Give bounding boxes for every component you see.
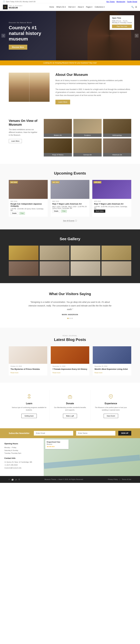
footer-contact-title: Contact Info	[4, 457, 39, 459]
event-book-btn-3[interactable]: Book Online	[94, 210, 105, 213]
membership-link[interactable]: Membership	[116, 1, 125, 2]
blog-body-2: November 11, 2018 7 Female Impression Ev…	[51, 364, 89, 376]
cta-learn-button[interactable]: Getting learn	[22, 414, 37, 418]
svg-rect-1	[27, 398, 31, 398]
gallery-img-1[interactable]	[9, 246, 39, 260]
gallery-img-7[interactable]	[71, 261, 100, 276]
venue-label-anthropology: Anthropology	[103, 134, 131, 137]
footer-hours-title: Opening Hours	[4, 442, 39, 445]
svg-point-6	[110, 396, 111, 397]
blog-body-1: October 10, 2018 The Mysteries of Prince…	[9, 364, 47, 376]
menu-icon[interactable]: ☰	[135, 6, 137, 8]
footer-links: Privacy Policy | Terms of Use	[108, 478, 131, 480]
footer-email: museum@museum.edu	[4, 467, 22, 469]
venue-card-modern-art[interactable]: Modern Art	[44, 119, 72, 137]
hero-section: ‹ Discover the Natural World Country's #…	[0, 11, 140, 60]
nav-visit-us[interactable]: Visit Us ▾	[68, 6, 75, 8]
venue-card-sculptors[interactable]: Sculptors	[73, 119, 101, 137]
see-all-events-link[interactable]: See All Events	[63, 220, 74, 222]
instagram-link[interactable]: ☕	[11, 478, 14, 480]
event-details-btn-2[interactable]: Details	[52, 210, 60, 213]
plan-visit-button[interactable]: Plan Your Visit	[112, 24, 132, 28]
newsletter-name-input[interactable]	[76, 431, 115, 436]
cta-donate-button[interactable]: Make a gift	[63, 414, 77, 418]
about-desc1: Music art & history museum is committed …	[55, 79, 131, 85]
nav-about[interactable]: About ▾	[78, 6, 84, 8]
google-link[interactable]: G	[19, 478, 20, 480]
open-time-title: Open Time	[112, 17, 132, 19]
donate-icon	[66, 393, 74, 400]
dot-1[interactable]	[67, 318, 69, 319]
gallery-img-4[interactable]	[101, 246, 131, 260]
nav-pages[interactable]: Pages ▾	[86, 6, 92, 8]
newsletter-email-input[interactable]	[34, 431, 73, 436]
about-learn-more-button[interactable]: Learn More	[55, 100, 70, 104]
hero-discover: Discover the Natural World	[9, 22, 50, 24]
gallery-img-6[interactable]	[40, 261, 69, 276]
gallery-img-3[interactable]	[71, 246, 100, 260]
footer-hours-lines: Monday – FridaySaturday & SundayTuesday-…	[4, 446, 39, 455]
footer-contact-details: 11 Quincy St. Near, 12 Cambridge, MA +1 …	[4, 461, 39, 469]
hero-next-button[interactable]: ›	[135, 34, 138, 38]
venue-card-kings[interactable]: Kings of History	[44, 138, 72, 156]
facility-rental-link[interactable]: Facility Rental	[127, 1, 137, 2]
terms-link[interactable]: Terms of Use	[122, 478, 131, 480]
hero-content: Discover the Natural World Country's #1 …	[0, 16, 58, 55]
discover-more-button[interactable]: Discover More	[9, 45, 27, 50]
blog-read-more-2[interactable]: Read more	[53, 372, 60, 374]
venue-card-german[interactable]: German Art	[73, 138, 101, 156]
blog-section: READ JOURNAL Latest Blog Posts October 1…	[0, 328, 140, 383]
blog-read-more-3[interactable]: Read more	[94, 372, 102, 374]
cta-experience: Experience The Museum is the perfect pla…	[91, 390, 131, 421]
event-free-badge-2: Free	[61, 210, 67, 212]
nav-whats-on[interactable]: What's On ▾	[56, 6, 66, 8]
venue-card-anthropology[interactable]: Anthropology	[103, 119, 131, 137]
hero-prev-button[interactable]: ‹	[2, 34, 5, 38]
cta-learn-desc: Various type of continuing programs avai…	[12, 406, 47, 412]
gallery-img-2[interactable]	[40, 246, 69, 260]
top-bar-status: 🕑 Open Today 9:30-6:30, Monday Until 8:3…	[3, 0, 35, 2]
blog-post-title-1: The Mysteries of Prince Shotoku	[11, 368, 46, 370]
nav-icons: 🔍 ☰	[131, 6, 137, 8]
nav-home[interactable]: Home	[49, 6, 54, 8]
venues-learn-more-button[interactable]: Learn More	[9, 139, 22, 143]
map-placeholder: Dragonhead Claw Museum ★★★★★	[44, 438, 140, 476]
venue-card-historical[interactable]: Historical Life	[103, 138, 131, 156]
event-actions-1: Details Free	[11, 212, 46, 215]
dot-3[interactable]	[71, 318, 73, 319]
privacy-policy-link[interactable]: Privacy Policy	[108, 478, 118, 480]
cta-experience-button[interactable]: Have Event	[104, 414, 118, 418]
footer: Opening Hours Monday – FridaySaturday & …	[0, 438, 140, 483]
event-details-btn-1[interactable]: Details	[11, 212, 18, 215]
buy-tickets-link[interactable]: Buy Tickets	[106, 1, 115, 2]
blog-date-3: November 25, 2018	[94, 366, 129, 367]
search-icon[interactable]: 🔍	[131, 6, 134, 8]
newsletter-title: Subscribe Newsletter	[9, 432, 30, 434]
facebook-link[interactable]: 𝕡	[16, 478, 17, 480]
top-bar-links: Buy Tickets Membership Facility Rental	[106, 1, 137, 2]
testimonial-dots	[9, 318, 131, 319]
dot-2[interactable]	[69, 318, 71, 319]
gallery-img-8[interactable]	[101, 261, 131, 276]
testimonial-author: MARK ANDERSON	[9, 314, 131, 316]
open-time-hours: Daily 10 a.m. – 5 p.m.Monday & Thursday …	[112, 20, 132, 24]
event-time-2: May 4, 2018 - 8:00 AM - May 5, 2018 - 11…	[52, 206, 88, 209]
blog-read-more-1[interactable]: Read more	[11, 372, 18, 374]
event-badge-3: APR 2018	[93, 181, 101, 184]
logo-text-group: ART & HISTORY MUSEUM	[9, 5, 23, 9]
blog-date-2: November 11, 2018	[53, 366, 87, 367]
newsletter-signup-button[interactable]: SIGN UP	[118, 431, 131, 436]
blog-title: Latest Blog Posts	[9, 338, 131, 342]
newsletter-section: Subscribe Newsletter SIGN UP	[0, 428, 140, 438]
venue-img-kings	[44, 138, 72, 153]
blog-grid: October 10, 2018 The Mysteries of Prince…	[9, 346, 131, 376]
map-box-subtitle: Museum	[47, 444, 67, 445]
about-image	[9, 73, 50, 102]
promo-text: Looking for an Amazing Museum theme for …	[43, 62, 97, 64]
event-badge-1: MAY 2018	[10, 181, 18, 184]
twitter-link[interactable]: 𝕣	[9, 478, 10, 480]
footer-contact: Contact Info 11 Quincy St. Near, 12 Camb…	[4, 457, 39, 469]
nav-collections[interactable]: Collections ▾	[95, 6, 105, 8]
gallery-img-5[interactable]	[9, 261, 39, 276]
main-nav: M ART & HISTORY MUSEUM Home What's On ▾ …	[0, 3, 140, 11]
